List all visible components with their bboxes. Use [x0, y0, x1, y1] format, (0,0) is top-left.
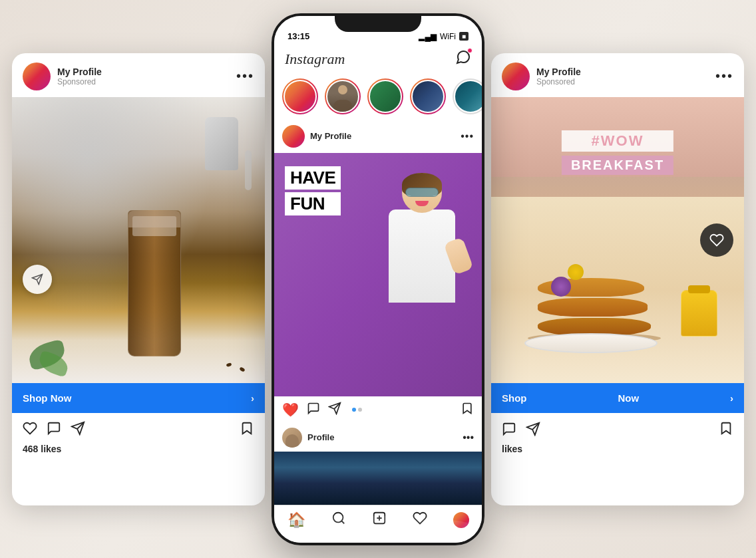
second-post-avatar [282, 428, 302, 448]
wave-shape [274, 516, 482, 543]
dot-inactive-1 [358, 408, 362, 412]
have-text: HAVE [285, 166, 341, 190]
story-item-3[interactable] [367, 78, 403, 114]
profile-info: My Profile Sponsored [57, 67, 230, 86]
right-likes-suffix: kes [507, 444, 522, 454]
phone-notch [335, 13, 421, 32]
sponsored-label: Sponsored [57, 77, 230, 86]
post-avatar [282, 125, 305, 148]
jar-lid [688, 285, 710, 293]
story-item-4[interactable] [410, 78, 446, 114]
wifi-icon: WiFi [440, 32, 456, 41]
post-more-icon[interactable]: ••• [461, 130, 474, 142]
glass-body [128, 210, 181, 356]
stories-row [274, 73, 482, 120]
story-item-5[interactable] [453, 78, 482, 114]
coffee-scene [12, 97, 265, 383]
person-head [338, 85, 347, 94]
instagram-header: Instagram [274, 45, 482, 73]
messenger-icon[interactable] [455, 49, 471, 69]
signal-icon: ▂▄▆ [419, 32, 437, 41]
second-post-name: Profile [307, 432, 457, 442]
right-shop-now-partial: Now [618, 392, 639, 404]
woman-head [402, 173, 442, 213]
heart-filled-icon[interactable]: ❤️ [282, 402, 299, 418]
notification-badge [467, 48, 472, 53]
comment-icon[interactable] [47, 421, 61, 440]
story-ring-2 [325, 78, 361, 114]
card-actions-left [12, 413, 265, 444]
sunglasses [405, 188, 439, 197]
right-profile-name: My Profile [536, 67, 709, 77]
leaf-decoration-2 [37, 350, 71, 378]
heart-outline-icon[interactable] [23, 421, 37, 440]
story-item-1[interactable] [282, 78, 318, 114]
story-ring-3 [367, 78, 403, 114]
comment-icon-phone[interactable] [307, 402, 320, 418]
right-shop-now-bar[interactable]: Shop Now › [491, 383, 744, 413]
main-scene: My Profile Sponsored ••• [12, 13, 744, 545]
battery-icon: ■ [459, 32, 469, 41]
yellow-flower [568, 264, 584, 280]
story-avatar-1 [284, 80, 317, 113]
bookmark-icon-phone[interactable] [461, 402, 474, 418]
card-actions-right [491, 413, 744, 444]
likes-count: 468 likes [12, 444, 265, 464]
shop-now-arrow: › [251, 392, 254, 404]
avatar [23, 63, 51, 90]
right-ad-card: My Profile Sponsored ••• [491, 53, 744, 505]
pancake-2 [538, 298, 648, 317]
avatar-right [502, 63, 530, 90]
kettle-shape [205, 117, 238, 170]
send-icon-phone[interactable] [328, 402, 341, 418]
second-post-image [274, 452, 482, 505]
right-more-options-icon[interactable]: ••• [715, 69, 733, 84]
story-ring-5 [453, 78, 482, 114]
woman-body [389, 209, 455, 303]
lips [415, 201, 429, 206]
right-card-header: My Profile Sponsored ••• [491, 53, 744, 97]
person-body [333, 100, 352, 112]
coffee-bean-2 [226, 362, 232, 366]
cream-top [128, 211, 180, 227]
right-shop-now-label: Shop [502, 392, 527, 404]
status-icons: ▂▄▆ WiFi ■ [419, 32, 469, 41]
bookmark-icon-right[interactable] [719, 421, 733, 440]
post-profile-name: My Profile [310, 131, 455, 141]
pour-stream [245, 150, 252, 190]
story-item-2[interactable] [325, 78, 361, 114]
post-main-image: HAVE FUN [274, 153, 482, 396]
send-float-button[interactable] [23, 265, 52, 294]
send-icon[interactable] [71, 421, 85, 440]
phone-screen: 13:15 ▂▄▆ WiFi ■ Instagram [274, 16, 482, 543]
right-post-image: #WOW BREAKFAST [491, 97, 744, 383]
text-overlay: #WOW BREAKFAST [562, 130, 673, 175]
right-shop-now-arrow: › [730, 392, 733, 404]
instagram-logo: Instagram [285, 51, 345, 68]
wow-label: #WOW [562, 130, 673, 152]
right-likes-partial: li [502, 444, 507, 454]
shop-now-bar[interactable]: Shop Now › [12, 383, 265, 413]
story-ring-4 [410, 78, 446, 114]
story-avatar-5 [454, 80, 482, 113]
left-card-header: My Profile Sponsored ••• [12, 53, 265, 97]
right-profile-info: My Profile Sponsored [536, 67, 709, 86]
more-options-icon[interactable]: ••• [236, 69, 254, 84]
status-time: 13:15 [287, 31, 309, 41]
comment-icon-right[interactable] [502, 422, 516, 439]
woman-figure [362, 153, 482, 396]
shop-now-label: Shop Now [23, 392, 71, 404]
story-avatar-4 [411, 80, 445, 113]
plate [524, 333, 658, 353]
yellow-flower-center [568, 264, 584, 280]
post-header: My Profile ••• [274, 120, 482, 153]
fun-text: FUN [285, 192, 341, 215]
bookmark-icon[interactable] [240, 421, 254, 440]
breakfast-label: BREAKFAST [562, 156, 673, 175]
second-post-more-icon[interactable]: ••• [463, 432, 474, 444]
send-icon-right[interactable] [526, 422, 540, 439]
second-post-header: Profile ••• [274, 424, 482, 452]
profile-name: My Profile [57, 67, 230, 77]
heart-float-button[interactable] [700, 223, 733, 257]
right-sponsored-label: Sponsored [536, 77, 709, 86]
